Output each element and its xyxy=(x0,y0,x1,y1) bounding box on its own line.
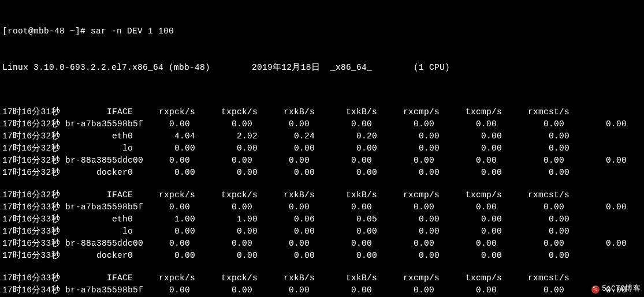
system-info-text: Linux 3.10.0-693.2.2.el7.x86_64 (mbb-48)… xyxy=(2,63,450,72)
table-row: 17时16分34秒 br-a7ba35598b5f 0.00 0.00 0.00… xyxy=(2,284,642,296)
data-block: 17时16分31秒 IFACE rxpck/s txpck/s rxkB/s t… xyxy=(2,106,642,179)
data-block: 17时16分33秒 IFACE rxpck/s txpck/s rxkB/s t… xyxy=(2,272,642,297)
table-row: 17时16分32秒 docker0 0.00 0.00 0.00 0.00 0.… xyxy=(2,167,642,179)
table-row: 17时16分32秒 br-a7ba35598b5f 0.00 0.00 0.00… xyxy=(2,118,642,130)
prompt-line: [root@mbb-48 ~]# sar -n DEV 1 100 xyxy=(2,25,642,37)
watermark-text: 51CTO博客 xyxy=(602,284,641,295)
table-row: 17时16分33秒 br-a7ba35598b5f 0.00 0.00 0.00… xyxy=(2,201,642,213)
table-row: 17时16分33秒 docker0 0.00 0.00 0.00 0.00 0.… xyxy=(2,250,642,262)
table-row: 17时16分33秒 eth0 1.00 1.00 0.06 0.05 0.00 … xyxy=(2,213,642,225)
table-row: 17时16分32秒 br-88a3855ddc00 0.00 0.00 0.00… xyxy=(2,155,642,167)
table-row: 17时16分32秒 eth0 4.04 2.02 0.24 0.20 0.00 … xyxy=(2,130,642,142)
watermark: 匀 51CTO博客 xyxy=(591,284,641,295)
watermark-logo-icon: 匀 xyxy=(591,285,600,294)
prompt-text: [root@mbb-48 ~]# sar -n DEV 1 100 xyxy=(2,27,174,36)
system-info-line: Linux 3.10.0-693.2.2.el7.x86_64 (mbb-48)… xyxy=(2,62,642,74)
data-blocks: 17时16分31秒 IFACE rxpck/s txpck/s rxkB/s t… xyxy=(2,106,642,297)
table-row: 17时16分33秒 lo 0.00 0.00 0.00 0.00 0.00 0.… xyxy=(2,225,642,238)
header-row: 17时16分33秒 IFACE rxpck/s txpck/s rxkB/s t… xyxy=(2,272,642,284)
table-row: 17时16分32秒 lo 0.00 0.00 0.00 0.00 0.00 0.… xyxy=(2,142,642,155)
header-row: 17时16分32秒 IFACE rxpck/s txpck/s rxkB/s t… xyxy=(2,189,642,201)
terminal-output: [root@mbb-48 ~]# sar -n DEV 1 100 Linux … xyxy=(2,1,642,297)
header-row: 17时16分31秒 IFACE rxpck/s txpck/s rxkB/s t… xyxy=(2,106,642,118)
table-row: 17时16分33秒 br-88a3855ddc00 0.00 0.00 0.00… xyxy=(2,238,642,250)
data-block: 17时16分32秒 IFACE rxpck/s txpck/s rxkB/s t… xyxy=(2,189,642,262)
